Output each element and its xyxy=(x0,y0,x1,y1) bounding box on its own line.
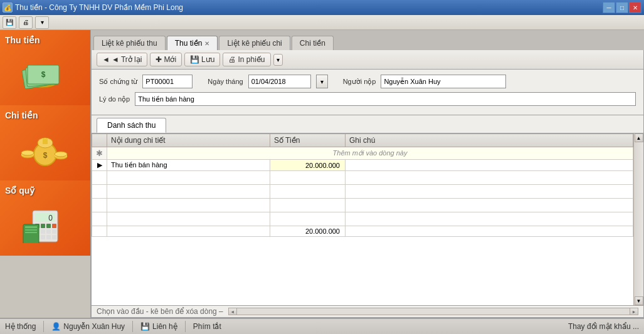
status-change-pass[interactable]: Thay đổi mật khẩu ... xyxy=(568,322,639,331)
sidebar: Thu tiền $ Chi tiền xyxy=(0,30,91,318)
table-header: Nội dung chi tiết Số Tiền Ghi chú xyxy=(92,134,633,147)
qt-save-icon[interactable]: 💾 xyxy=(3,16,16,29)
sidebar-item-thu-tien[interactable]: Thu tiền $ xyxy=(0,30,90,105)
status-divider-1 xyxy=(43,321,44,332)
new-label: Mới xyxy=(164,55,176,64)
title-text: Thu tiền - Công Ty TNHH DV Phần Mềm Phi … xyxy=(15,3,183,12)
empty-row-2 xyxy=(92,185,633,199)
row-indicator: ▶ xyxy=(92,160,107,171)
payer-label: Người nộp xyxy=(343,78,376,86)
tab-thu-tien-label: Thu tiền xyxy=(175,39,203,48)
inner-tab-danh-sach-thu[interactable]: Danh sách thu xyxy=(97,118,166,133)
tab-bar: Liệt kê phiếu thu Thu tiền ✕ Liệt kê phi… xyxy=(91,30,644,50)
data-table: Nội dung chi tiết Số Tiền Ghi chú xyxy=(92,133,633,237)
print-button[interactable]: 🖨 In phiếu xyxy=(223,53,270,66)
scroll-up-button[interactable]: ▲ xyxy=(635,133,643,142)
quick-toolbar: 💾 🖨 ▾ xyxy=(0,15,644,30)
payer-input[interactable] xyxy=(381,75,506,88)
date-label: Ngày tháng xyxy=(208,78,243,85)
svg-rect-37 xyxy=(25,232,37,233)
thu-tien-icon: $ xyxy=(17,52,73,96)
svg-rect-33 xyxy=(52,235,56,239)
empty-row-3 xyxy=(92,199,633,212)
hint-text: Chọn vào đầu - kê bên để xóa dòng – xyxy=(97,307,223,316)
svg-rect-27 xyxy=(41,229,45,234)
scroll-down-button[interactable]: ▼ xyxy=(635,296,643,305)
status-system[interactable]: Hệ thống xyxy=(5,322,36,331)
svg-rect-24 xyxy=(46,224,51,228)
scroll-right-button[interactable]: ► xyxy=(630,308,638,315)
inner-tab-bar: Danh sách thu xyxy=(91,115,644,133)
app-icon: 💰 xyxy=(3,3,13,13)
form-row-reason: Lý do nộp xyxy=(99,92,636,106)
table-body: ✱ Thêm mới vào dòng này ▶ Thu tiền bán h… xyxy=(92,147,633,237)
minimize-button[interactable]: ─ xyxy=(603,2,615,13)
sidebar-item-so-quy[interactable]: Sổ quỹ 0 xyxy=(0,180,90,256)
tab-liet-ke-phieu-thu[interactable]: Liệt kê phiếu thu xyxy=(93,36,166,50)
status-shortcut-label: Phím tắt xyxy=(193,322,221,331)
svg-rect-36 xyxy=(25,229,37,231)
horizontal-scrollbar[interactable]: ◄ ► xyxy=(228,308,638,315)
svg-rect-23 xyxy=(41,224,45,228)
main-layout: Thu tiền $ Chi tiền xyxy=(0,30,644,318)
new-row-hint[interactable]: ✱ Thêm mới vào dòng này xyxy=(92,147,633,160)
row-amount[interactable]: 20.000.000 xyxy=(270,160,346,171)
status-divider-3 xyxy=(185,321,186,332)
vertical-scrollbar[interactable]: ▲ ▼ xyxy=(633,133,643,305)
scroll-left-button[interactable]: ◄ xyxy=(228,308,237,315)
svg-point-15 xyxy=(21,150,34,155)
date-dropdown-button[interactable]: ▾ xyxy=(316,75,328,88)
change-pass-label: Thay đổi mật khẩu xyxy=(568,322,631,331)
date-input[interactable] xyxy=(248,75,311,88)
sidebar-item-chi-tien[interactable]: Chi tiền $ xyxy=(0,105,90,180)
status-divider-2 xyxy=(132,321,133,332)
sidebar-chi-tien-label: Chi tiền xyxy=(5,110,38,120)
scroll-track xyxy=(237,308,630,315)
sidebar-so-quy-label: Sổ quỹ xyxy=(5,185,34,196)
col-indicator xyxy=(92,134,107,147)
tab-chi-tien-label: Chi tiền xyxy=(300,39,325,48)
tab-chi-tien[interactable]: Chi tiền xyxy=(292,36,334,50)
col-note: Ghi chú xyxy=(346,134,633,147)
form-row-voucher: Số chứng từ Ngày tháng ▾ Người nộp xyxy=(99,75,636,88)
maximize-button[interactable]: □ xyxy=(616,2,628,13)
svg-point-18 xyxy=(55,152,67,157)
back-button[interactable]: ◄ ◄ Trở lại xyxy=(97,53,147,66)
toolbar-dropdown-button[interactable]: ▾ xyxy=(273,54,283,66)
svg-rect-25 xyxy=(52,224,56,228)
form-area: Số chứng từ Ngày tháng ▾ Người nộp Lý do… xyxy=(91,70,644,115)
reason-input[interactable] xyxy=(135,92,636,106)
change-pass-dots: ... xyxy=(633,322,639,331)
svg-text:0: 0 xyxy=(48,214,53,222)
status-contact[interactable]: 💾 Liên hệ xyxy=(140,322,177,331)
svg-rect-35 xyxy=(25,226,37,228)
tab-liet-ke-phieu-chi[interactable]: Liệt kê phiếu chi xyxy=(219,36,290,50)
voucher-label: Số chứng từ xyxy=(99,78,137,86)
status-user[interactable]: 👤 Nguyễn Xuân Huy xyxy=(51,322,125,331)
svg-text:$: $ xyxy=(43,151,48,160)
svg-text:$: $ xyxy=(41,70,46,79)
toolbar-panel: ◄ ◄ Trở lại ✚ Mới 💾 Lưu 🖨 In phiếu ▾ xyxy=(91,50,644,70)
close-button[interactable]: ✕ xyxy=(629,2,641,13)
title-bar: 💰 Thu tiền - Công Ty TNHH DV Phần Mềm Ph… xyxy=(0,0,644,15)
status-username: Nguyễn Xuân Huy xyxy=(63,322,125,331)
row-detail[interactable]: Thu tiền bán hàng xyxy=(107,160,270,171)
empty-row-4 xyxy=(92,212,633,226)
user-icon: 👤 xyxy=(51,322,61,331)
tab-thu-tien[interactable]: Thu tiền ✕ xyxy=(167,36,218,50)
save-button[interactable]: 💾 Lưu xyxy=(184,53,220,66)
tab-liet-ke-phieu-thu-label: Liệt kê phiếu thu xyxy=(102,39,157,48)
table-area: Nội dung chi tiết Số Tiền Ghi chú xyxy=(91,133,644,318)
new-button[interactable]: ✚ Mới xyxy=(150,53,182,66)
qt-print-icon[interactable]: 🖨 xyxy=(19,16,33,29)
svg-rect-29 xyxy=(52,229,56,234)
so-quy-icon: 0 xyxy=(17,202,73,246)
new-row-hint-text[interactable]: Thêm mới vào dòng này xyxy=(107,147,633,160)
tab-thu-tien-close[interactable]: ✕ xyxy=(204,40,209,47)
sidebar-thu-tien-label: Thu tiền xyxy=(5,35,40,45)
save-label: Lưu xyxy=(201,55,214,64)
status-shortcut[interactable]: Phím tắt xyxy=(193,322,221,331)
hint-bar: Chọn vào đầu - kê bên để xóa dòng – ◄ ► xyxy=(91,306,644,318)
qt-dropdown-icon[interactable]: ▾ xyxy=(35,16,49,29)
voucher-input[interactable] xyxy=(142,75,193,88)
